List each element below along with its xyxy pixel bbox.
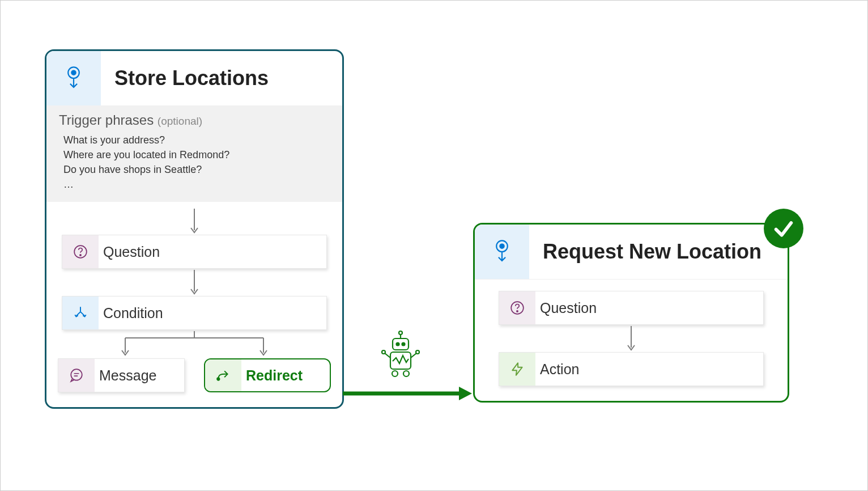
flow-area: Question Action <box>475 279 788 401</box>
question-icon <box>499 291 535 324</box>
svg-point-21 <box>397 343 399 346</box>
topic-header: Request New Location <box>475 225 788 279</box>
svg-point-22 <box>402 343 405 346</box>
question-icon <box>62 235 99 268</box>
arrow-down-icon <box>486 325 776 352</box>
topic-title: Store Locations <box>101 51 342 105</box>
question-node[interactable]: Question <box>62 235 327 269</box>
topic-title: Request New Location <box>529 225 788 279</box>
topic-header: Store Locations <box>46 51 342 105</box>
flow-area: Question Conditio <box>46 202 342 407</box>
svg-point-18 <box>399 331 402 335</box>
trigger-phrases-label: Trigger phrases <box>59 112 154 128</box>
svg-point-27 <box>416 350 419 354</box>
topic-icon <box>46 51 101 105</box>
arrow-down-icon <box>58 269 331 296</box>
svg-point-34 <box>517 311 518 312</box>
svg-rect-20 <box>393 338 409 350</box>
node-label: Redirect <box>241 367 303 384</box>
trigger-phrase: … <box>63 177 330 192</box>
topic-card-request-new-location: Request New Location Question <box>473 223 789 403</box>
topic-icon <box>475 225 529 279</box>
redirect-icon <box>205 359 241 391</box>
trigger-phrase: What is your address? <box>63 133 330 147</box>
svg-point-31 <box>500 244 504 248</box>
redirect-node[interactable]: Redirect <box>204 358 331 392</box>
action-icon <box>499 353 535 386</box>
trigger-optional-label: (optional) <box>158 115 202 127</box>
svg-marker-36 <box>512 363 522 375</box>
question-node[interactable]: Question <box>499 291 764 325</box>
branch-connector <box>58 330 331 357</box>
svg-point-15 <box>217 378 219 380</box>
node-label: Question <box>535 300 597 316</box>
trigger-phrases-section: Trigger phrases (optional) What is your … <box>46 105 342 202</box>
svg-point-29 <box>403 371 409 376</box>
message-icon <box>58 359 95 392</box>
connector-arrow-icon <box>343 385 473 402</box>
message-node[interactable]: Message <box>58 358 185 392</box>
node-label: Message <box>95 367 156 384</box>
svg-point-28 <box>392 371 398 376</box>
svg-point-25 <box>382 350 385 354</box>
node-label: Action <box>535 361 579 378</box>
condition-node[interactable]: Condition <box>62 296 327 330</box>
diagram-canvas: { "topic1": { "title": "Store Locations"… <box>1 1 867 490</box>
trigger-phrases-list: What is your address? Where are you loca… <box>59 133 330 192</box>
node-label: Condition <box>99 305 163 321</box>
check-icon <box>764 209 803 248</box>
bot-icon <box>380 329 421 379</box>
trigger-phrase: Where are you located in Redmond? <box>63 147 330 162</box>
trigger-phrase: Do you have shops in Seattle? <box>63 162 330 177</box>
condition-icon <box>62 297 99 329</box>
svg-point-12 <box>71 370 82 381</box>
trigger-phrases-heading: Trigger phrases (optional) <box>59 112 330 128</box>
svg-line-26 <box>411 353 416 358</box>
svg-marker-17 <box>459 387 472 400</box>
svg-line-24 <box>385 353 390 358</box>
node-label: Question <box>99 244 160 260</box>
svg-point-1 <box>71 71 75 75</box>
svg-point-5 <box>80 255 81 256</box>
topic-card-store-locations: Store Locations Trigger phrases (optiona… <box>45 49 344 409</box>
action-node[interactable]: Action <box>499 352 764 386</box>
arrow-down-icon <box>58 208 331 235</box>
